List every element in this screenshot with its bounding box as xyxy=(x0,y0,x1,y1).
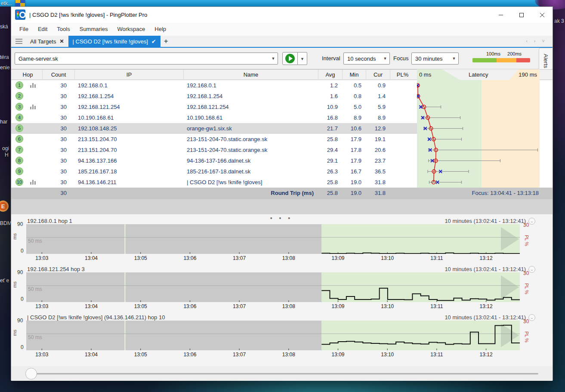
scale-orange-segment xyxy=(497,58,516,62)
header-min[interactable]: Min xyxy=(342,70,366,80)
menu-edit[interactable]: Edit xyxy=(33,23,52,36)
table-row[interactable]: 103094.136.146.211| CSGO D2 [!ws !knife … xyxy=(11,177,417,188)
timeline-plot-area[interactable] xyxy=(26,272,520,302)
target-combobox[interactable]: Game-server.sk ▼ xyxy=(15,52,278,65)
table-row[interactable]: 130192.168.0.1192.168.0.11.20.50.9 xyxy=(11,80,417,91)
x-axis-time-label: 13:06 xyxy=(180,255,199,261)
menu-file[interactable]: File xyxy=(15,23,33,36)
name-cell: 192.168.1.254 xyxy=(187,91,318,102)
header-hop[interactable]: Hop xyxy=(13,70,42,80)
x-axis-time-label: 13:08 xyxy=(279,303,298,309)
summary-avg: 25.8 xyxy=(318,188,342,199)
tab-scroll-arrows[interactable]: ‹ › ˅ xyxy=(526,38,547,43)
table-row[interactable]: 530192.108.148.25orange-gw1.six.sk21.710… xyxy=(11,123,417,134)
table-row[interactable]: 930185.216.167.18185-216-167-18.dalnet.s… xyxy=(11,166,417,177)
tab-active-target[interactable]: | CSGO D2 [!ws !knife !gloves]✔ xyxy=(68,36,161,47)
x-axis-time-label: 13:05 xyxy=(131,255,150,261)
new-tab-button[interactable]: + xyxy=(161,36,172,47)
timeline-plot-area[interactable] xyxy=(26,321,520,350)
table-row[interactable]: 630213.151.204.70213-151-204-70.static.o… xyxy=(11,134,417,145)
time-scroll-thumb[interactable] xyxy=(25,368,37,380)
tab-all-targets[interactable]: All Targets✕ xyxy=(26,36,68,47)
timeline-range-label[interactable]: 10 minutes (13:02:41 - 13:12:41) xyxy=(445,266,526,272)
chevron-down-icon[interactable]: ⌄ xyxy=(528,218,535,225)
header-avg[interactable]: Avg xyxy=(318,70,342,80)
interval-value: 10 seconds xyxy=(344,56,381,62)
ip-cell: 192.108.148.25 xyxy=(78,123,183,134)
min-cell: 17.9 xyxy=(342,155,366,166)
x-axis-time-label: 13:12 xyxy=(477,303,496,309)
summary-min: 19.0 xyxy=(342,188,366,199)
focus-label: Focus xyxy=(393,52,408,65)
hamburger-icon[interactable] xyxy=(15,39,22,44)
time-scroll-track[interactable] xyxy=(26,373,538,375)
count-cell: 30 xyxy=(42,145,74,155)
maximize-button[interactable] xyxy=(511,7,532,23)
title-bar[interactable]: | CSGO D2 [!ws !knife !gloves] - PingPlo… xyxy=(11,7,553,23)
header-ip[interactable]: IP xyxy=(74,70,183,80)
bar-chart-icon[interactable] xyxy=(30,105,36,109)
start-trace-button[interactable] xyxy=(282,52,298,65)
desktop-app-icon[interactable]: E xyxy=(0,201,9,212)
scale-100ms-label: 100ms xyxy=(486,51,500,56)
name-cell: | CSGO D2 [!ws !knife !gloves] xyxy=(187,177,318,188)
x-axis-time-label: 13:08 xyxy=(279,255,298,261)
menu-summaries[interactable]: Summaries xyxy=(75,23,113,36)
summary-row[interactable]: 30 Round Trip (ms) 25.8 19.0 31.8 Focus:… xyxy=(11,188,553,199)
pingplotter-window: | CSGO D2 [!ws !knife !gloves] - PingPlo… xyxy=(11,6,553,380)
timeline-graph-1: 192.168.0.1 hop 110 minutes (13:02:41 - … xyxy=(11,218,553,262)
timeline-range-label[interactable]: 10 minutes (13:02:41 - 13:12:41) xyxy=(445,218,526,224)
header-name[interactable]: Name xyxy=(183,70,318,80)
table-row[interactable]: 43010.190.168.6110.190.168.6116.88.98.9 xyxy=(11,112,417,123)
table-row[interactable]: 83094.136.137.16694-136-137-166.dalnet.s… xyxy=(11,155,417,166)
header-pl[interactable]: PL% xyxy=(390,70,415,80)
interval-select[interactable]: 10 seconds ▼ xyxy=(343,52,390,65)
chevron-down-icon[interactable]: ⌄ xyxy=(528,266,535,273)
chevron-down-icon[interactable]: ⌄ xyxy=(528,314,535,321)
table-row[interactable]: 730213.151.204.70213-151-204-70.static.o… xyxy=(11,145,417,155)
menu-tools[interactable]: Tools xyxy=(52,23,74,36)
menu-help[interactable]: Help xyxy=(150,23,171,36)
min-cell: 8.9 xyxy=(342,112,366,123)
pl-cell xyxy=(390,177,415,188)
bar-chart-icon[interactable] xyxy=(30,83,36,88)
header-cur[interactable]: Cur xyxy=(366,70,390,80)
min-cell: 17.8 xyxy=(342,145,366,155)
ip-cell: 94.136.137.166 xyxy=(78,155,183,166)
name-cell: orange-gw1.six.sk xyxy=(187,123,318,134)
timeline-plot-area[interactable] xyxy=(26,224,520,254)
timeline-range-label[interactable]: 10 minutes (13:02:41 - 13:12:41) xyxy=(445,314,526,321)
latency-whisker-plot xyxy=(417,80,540,188)
target-value: Game-server.sk xyxy=(15,56,269,62)
tab-label: All Targets xyxy=(30,38,56,45)
cur-cell: 36.5 xyxy=(366,166,390,177)
header-count[interactable]: Count xyxy=(42,70,74,80)
close-button[interactable] xyxy=(532,7,553,23)
focus-select[interactable]: 30 minutes ▼ xyxy=(411,52,459,65)
toolbar: Game-server.sk ▼ ▼ Interval 10 seconds ▼… xyxy=(11,48,553,69)
desktop-icon-label: téra xyxy=(0,54,9,60)
table-row[interactable]: 230192.168.1.254192.168.1.2541.60.81.4 xyxy=(11,91,417,102)
bar-chart-icon[interactable] xyxy=(30,180,36,185)
count-cell: 30 xyxy=(42,177,74,188)
avg-cell: 25.8 xyxy=(318,177,342,188)
y-axis-max-label: 90 xyxy=(17,221,23,227)
desktop-icon-label: eť e xyxy=(0,278,9,284)
summary-spacer xyxy=(11,199,553,214)
chevron-down-icon: ▼ xyxy=(269,56,278,61)
hop-number-badge: 3 xyxy=(15,103,23,111)
x-axis-time-label: 13:07 xyxy=(230,255,249,261)
avg-cell: 25.8 xyxy=(318,134,342,145)
avg-cell: 29.1 xyxy=(318,155,342,166)
menu-bar: FileEditToolsSummariesWorkspaceHelp xyxy=(11,23,553,36)
table-row[interactable]: 330192.168.121.254192.168.121.25410.95.0… xyxy=(11,102,417,112)
desktop-icon-label: ogi xyxy=(2,145,9,151)
desktop-background: E etk...skátéraenieharogiHBDMeť eak 3 | … xyxy=(0,0,565,392)
pl-cell xyxy=(390,102,415,112)
close-icon[interactable]: ✕ xyxy=(59,38,64,44)
count-cell: 30 xyxy=(42,123,74,134)
minimize-button[interactable] xyxy=(491,7,511,23)
menu-workspace[interactable]: Workspace xyxy=(112,23,150,36)
timeline-plot-svg xyxy=(26,224,520,254)
start-options-dropdown[interactable]: ▼ xyxy=(298,52,307,65)
